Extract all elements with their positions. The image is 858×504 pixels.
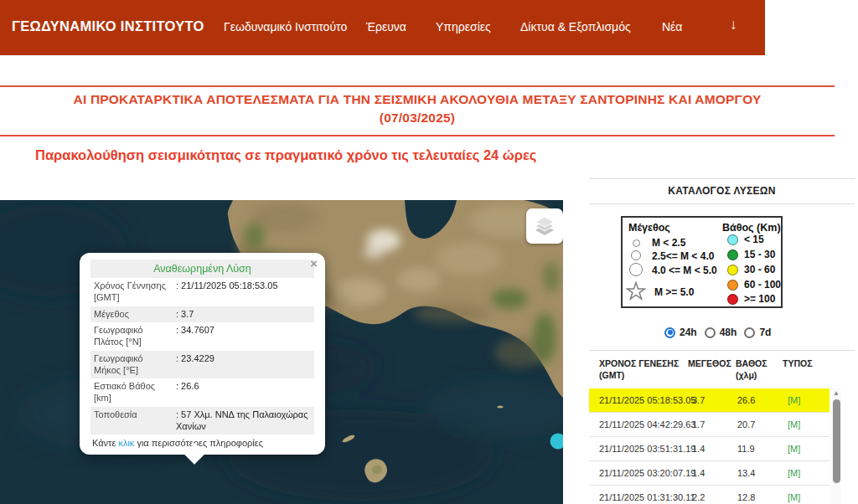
cell-type: [M] — [779, 419, 830, 429]
more-info-link[interactable]: κλικ — [118, 438, 134, 448]
cell-magnitude: 1.7 — [685, 419, 736, 429]
legend-box: Μέγεθος M < 2.5 2.5<= M < 4.0 4.0 <= M <… — [621, 216, 783, 308]
page-title: ΑΙ ΠΡΟΚΑΤΑΡΚΤΙΚΑ ΑΠΟΤΕΛΕΣΜΑΤΑ ΓΙΑ ΤΗΝ ΣΕ… — [0, 90, 835, 128]
radio-24h-label[interactable]: 24h — [680, 327, 697, 338]
col-header-time: ΧΡΟΝΟΣ ΓΕΝΕΣΗΣ (GMT) — [589, 358, 685, 381]
radio-7d-label[interactable]: 7d — [759, 327, 771, 338]
legend-label-d1: < 15 — [744, 234, 764, 245]
page-title-line1: ΑΙ ΠΡΟΚΑΤΑΡΚΤΙΚΑ ΑΠΟΤΕΛΕΣΜΑΤΑ ΓΙΑ ΤΗΝ ΣΕ… — [0, 90, 835, 109]
cell-time: 21/11/2025 05:18:53.05 — [589, 395, 685, 405]
table-row[interactable]: 21/11/2025 01:31:30.11 2.2 12.8 [M] — [589, 486, 830, 504]
nav-item-research[interactable]: Έρευνα — [366, 20, 406, 33]
divider-bottom — [0, 135, 835, 136]
col-header-depth: ΒΑΘΟΣ (χλμ) — [736, 358, 779, 381]
col-header-type: ΤΥΠΟΣ — [779, 358, 830, 381]
legend-label-m2: 2.5<= M < 4.0 — [652, 250, 714, 262]
events-table-header: ΧΡΟΝΟΣ ΓΕΝΕΣΗΣ (GMT) ΜΕΓΕΘΟΣ ΒΑΘΟΣ (χλμ)… — [589, 358, 830, 381]
event-popup: × Αναθεωρημένη Λύση Χρόνος Γέννησης [GMT… — [80, 253, 325, 455]
time-range-selector: 24h 48h 7d — [664, 327, 774, 338]
radio-48h-label[interactable]: 48h — [720, 327, 737, 338]
popup-row-latitude: Γεωγραφικό Πλάτος [°N] : 34.7607 — [90, 322, 314, 351]
legend-label-m1: M < 2.5 — [652, 237, 685, 249]
cell-time: 21/11/2025 04:42:29.63 — [589, 419, 685, 429]
nav-item-services[interactable]: Υπηρεσίες — [436, 20, 491, 33]
magnitude-circle-small — [633, 239, 640, 247]
page-title-line2: (07/03/2025) — [0, 109, 835, 127]
cell-depth: 26.6 — [736, 395, 779, 405]
popup-row-origin-time: Χρόνος Γέννησης [GMT] : 21/11/2025 05:18… — [90, 278, 314, 306]
popup-row-longitude: Γεωγραφικό Μήκος [°E] : 23.4229 — [90, 351, 314, 379]
nav-item-institute[interactable]: Γεωδυναμικό Ινστιτούτο — [224, 20, 347, 33]
layers-icon — [533, 215, 556, 237]
page: ΓΕΩΔΥΝΑΜΙΚΟ ΙΝΣΤΙΤΟΥΤΟ Γεωδυναμικό Ινστι… — [0, 0, 858, 504]
cell-magnitude: 1.4 — [685, 444, 736, 454]
cell-depth: 13.4 — [736, 468, 779, 478]
legend-depth-title: Βάθος (Km) — [722, 222, 781, 234]
popup-title: Αναθεωρημένη Λύση — [90, 260, 314, 278]
radio-48h[interactable] — [705, 327, 716, 338]
catalog-title: ΚΑΤΑΛΟΓΟΣ ΛΥΣΕΩΝ — [589, 185, 855, 197]
cell-type: [M] — [779, 444, 830, 454]
legend-label-m4: M >= 5.0 — [654, 286, 694, 298]
cell-type: [M] — [779, 492, 830, 502]
sidebar-divider-1 — [589, 178, 855, 179]
cell-magnitude: 3.7 — [685, 395, 736, 405]
radio-7d[interactable] — [744, 327, 755, 338]
divider-top — [0, 85, 835, 87]
cell-magnitude: 1.4 — [685, 468, 736, 478]
table-row[interactable]: 21/11/2025 05:18:53.05 3.7 26.6 [M] — [589, 388, 830, 413]
table-row[interactable]: 21/11/2025 03:20:07.19 1.4 13.4 [M] — [589, 461, 830, 486]
map-layers-control[interactable] — [526, 208, 563, 244]
table-scrollbar[interactable]: ▲ — [831, 388, 841, 504]
legend-label-m3: 4.0 <= M < 5.0 — [652, 265, 717, 276]
col-header-magnitude: ΜΕΓΕΘΟΣ — [685, 358, 736, 381]
cell-time: 21/11/2025 03:20:07.19 — [589, 468, 685, 478]
table-row[interactable]: 21/11/2025 04:42:29.63 1.7 20.7 [M] — [589, 413, 830, 437]
cell-depth: 11.9 — [736, 444, 779, 454]
legend-label-d3: 30 - 60 — [744, 264, 775, 275]
scroll-up-icon[interactable]: ▲ — [831, 388, 841, 399]
sidebar-divider-2 — [589, 203, 855, 204]
cell-depth: 20.7 — [736, 419, 779, 429]
magnitude-circle-large — [629, 263, 643, 276]
scrollbar-thumb[interactable] — [833, 399, 840, 483]
popup-footer: Κάντε κλικ για περισσότερες πληροφορίες — [90, 435, 314, 450]
cell-type: [M] — [779, 468, 830, 478]
popup-row-location: Τοποθεσία : 57 Χλμ. ΝΝΔ της Παλαιοχώρας … — [90, 407, 314, 435]
legend-label-d5: >= 100 — [744, 293, 775, 305]
legend-label-d2: 15 - 30 — [744, 249, 775, 260]
nav-item-networks[interactable]: Δίκτυα & Εξοπλισμός — [520, 20, 631, 33]
legend-magnitude-title: Μέγεθος — [628, 222, 670, 234]
navbar: ΓΕΩΔΥΝΑΜΙΚΟ ΙΝΣΤΙΤΟΥΤΟ Γεωδυναμικό Ινστι… — [0, 0, 765, 55]
depth-dot-yellow — [727, 265, 738, 275]
magnitude-circle-medium — [631, 250, 641, 260]
site-logo[interactable]: ΓΕΩΔΥΝΑΜΙΚΟ ΙΝΣΤΙΤΟΥΤΟ — [12, 18, 204, 34]
depth-dot-red — [727, 294, 738, 305]
cell-magnitude: 2.2 — [685, 492, 736, 502]
popup-row-depth: Εστιακό Βάθος [km] : 26.6 — [90, 378, 314, 407]
magnitude-star-icon — [626, 281, 646, 301]
islet — [498, 406, 504, 409]
sidebar-divider-3 — [589, 350, 855, 351]
depth-dot-green — [727, 249, 738, 260]
table-row[interactable]: 21/11/2025 03:51:31.19 1.4 11.9 [M] — [589, 437, 830, 461]
radio-24h[interactable] — [664, 327, 675, 338]
map-container[interactable]: × Αναθεωρημένη Λύση Χρόνος Γέννησης [GMT… — [0, 200, 563, 504]
events-table: 21/11/2025 05:18:53.05 3.7 26.6 [M] 21/1… — [589, 388, 830, 504]
section-subtitle: Παρακολούθηση σεισμικότητας σε πραγματικ… — [35, 147, 536, 163]
cell-time: 21/11/2025 03:51:31.19 — [589, 444, 685, 454]
popup-row-magnitude: Μέγεθος : 3.7 — [90, 306, 314, 323]
cell-depth: 12.8 — [736, 492, 779, 502]
nav-item-news[interactable]: Νέα — [662, 20, 682, 33]
cell-time: 21/11/2025 01:31:30.11 — [589, 492, 685, 502]
legend-label-d4: 60 - 100 — [744, 279, 781, 291]
download-arrow-icon[interactable]: ↓ — [730, 17, 737, 33]
depth-dot-cyan — [727, 234, 738, 245]
cell-type: [M] — [779, 395, 830, 405]
depth-dot-orange — [727, 280, 738, 291]
close-icon[interactable]: × — [310, 257, 318, 270]
